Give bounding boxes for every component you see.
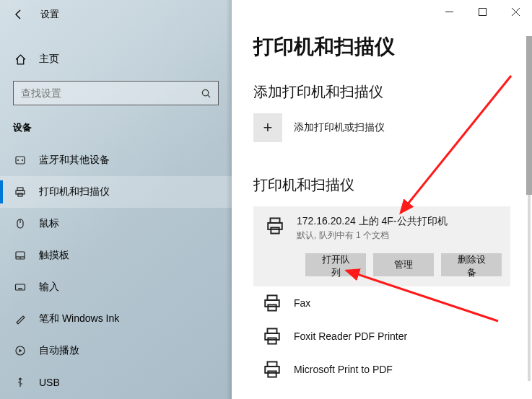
printer-icon — [259, 294, 285, 312]
sidebar-item-mouse[interactable]: 鼠标 — [0, 208, 232, 240]
svg-rect-5 — [17, 188, 23, 190]
search-input-wrap[interactable] — [13, 81, 219, 105]
sidebar-home-label: 主页 — [39, 53, 59, 66]
printer-icon — [13, 186, 27, 198]
pen-icon — [13, 313, 27, 325]
sidebar-item-printers[interactable]: 打印机和扫描仪 — [0, 176, 232, 208]
titlebar: 设置 — [0, 0, 232, 29]
sidebar-item-pen[interactable]: 笔和 Windows Ink — [0, 303, 232, 335]
svg-rect-28 — [268, 304, 276, 310]
open-queue-button[interactable]: 打开队列 — [305, 253, 366, 276]
printer-icon — [262, 215, 288, 235]
mouse-icon — [13, 218, 27, 229]
plus-icon: + — [253, 113, 282, 142]
printer-icon — [259, 360, 285, 379]
svg-rect-32 — [268, 361, 277, 367]
bluetooth-icon — [13, 154, 27, 166]
svg-rect-25 — [271, 227, 279, 233]
svg-rect-30 — [265, 333, 279, 340]
printer-list: 172.16.20.24 上的 4F-公共打印机 默认, 队列中有 1 个文档 … — [253, 206, 510, 386]
sidebar-section-title: 设备 — [0, 105, 232, 140]
svg-point-3 — [17, 159, 19, 161]
main-panel: 打印机和扫描仪 添加打印机和扫描仪 + 添加打印机或扫描仪 打印机和扫描仪 17… — [232, 0, 532, 399]
sidebar-home[interactable]: 主页 — [0, 45, 232, 74]
svg-rect-24 — [268, 223, 282, 229]
sidebar-item-usb[interactable]: USB — [0, 367, 232, 398]
page-title: 打印机和扫描仪 — [253, 33, 510, 61]
sidebar-item-label: 自动播放 — [39, 344, 79, 357]
maximize-icon — [479, 8, 487, 16]
usb-icon — [13, 377, 27, 388]
add-printer-label: 添加打印机或扫描仪 — [294, 121, 385, 134]
sidebar-item-bluetooth[interactable]: 蓝牙和其他设备 — [0, 144, 232, 176]
printer-item[interactable]: Foxit Reader PDF Printer — [253, 320, 510, 353]
add-section-title: 添加打印机和扫描仪 — [253, 82, 510, 102]
printer-item[interactable]: Fax — [253, 286, 510, 320]
scrollbar-thumb[interactable] — [526, 36, 532, 195]
printer-icon — [259, 327, 285, 346]
close-button[interactable] — [499, 0, 532, 23]
close-icon — [512, 8, 520, 16]
back-button[interactable] — [4, 0, 33, 29]
sidebar-divider-shadow — [226, 0, 232, 399]
remove-device-button[interactable]: 删除设备 — [441, 253, 502, 276]
search-icon — [193, 88, 218, 99]
sidebar-item-label: 触摸板 — [39, 249, 69, 262]
sidebar-item-label: 蓝牙和其他设备 — [39, 154, 110, 167]
svg-rect-29 — [268, 328, 277, 333]
window-controls — [432, 0, 532, 23]
printer-list-title: 打印机和扫描仪 — [253, 175, 510, 195]
svg-point-4 — [22, 159, 23, 161]
search-input[interactable] — [14, 87, 193, 99]
keyboard-icon — [13, 281, 27, 293]
printer-item-selected[interactable]: 172.16.20.24 上的 4F-公共打印机 默认, 队列中有 1 个文档 … — [253, 206, 510, 286]
svg-rect-33 — [265, 367, 279, 373]
svg-line-1 — [207, 95, 209, 97]
arrow-left-icon — [13, 9, 25, 20]
touchpad-icon — [13, 250, 27, 261]
window-title: 设置 — [40, 8, 59, 21]
minimize-icon — [445, 8, 453, 16]
manage-button[interactable]: 管理 — [373, 253, 434, 276]
svg-rect-26 — [268, 295, 277, 300]
sidebar-item-touchpad[interactable]: 触摸板 — [0, 240, 232, 271]
svg-rect-27 — [265, 300, 279, 307]
sidebar-item-label: 笔和 Windows Ink — [39, 312, 119, 325]
printer-name: Foxit Reader PDF Printer — [294, 330, 407, 342]
svg-rect-20 — [479, 8, 486, 15]
add-printer-row[interactable]: + 添加打印机或扫描仪 — [253, 113, 510, 142]
sidebar-item-autoplay[interactable]: 自动播放 — [0, 335, 232, 367]
svg-rect-23 — [271, 218, 280, 223]
svg-rect-2 — [16, 157, 25, 164]
sidebar: 设置 主页 设备 蓝牙和其他设备 打印机和扫描仪 — [0, 0, 232, 399]
printer-name: Fax — [294, 297, 310, 309]
sidebar-item-label: 输入 — [39, 281, 59, 294]
sidebar-item-typing[interactable]: 输入 — [0, 271, 232, 303]
minimize-button[interactable] — [432, 0, 466, 23]
sidebar-item-label: USB — [39, 377, 60, 388]
printer-name: Microsoft Print to PDF — [294, 364, 393, 375]
autoplay-icon — [13, 345, 27, 356]
printer-item[interactable]: Microsoft Print to PDF — [253, 353, 510, 386]
svg-point-0 — [202, 89, 208, 95]
scrollbar[interactable] — [528, 36, 531, 381]
sidebar-item-label: 打印机和扫描仪 — [39, 185, 110, 198]
svg-rect-34 — [268, 371, 276, 377]
svg-rect-31 — [268, 338, 276, 343]
svg-rect-13 — [16, 284, 25, 290]
printer-status: 默认, 队列中有 1 个文档 — [297, 229, 448, 242]
sidebar-nav: 蓝牙和其他设备 打印机和扫描仪 鼠标 触摸板 输入 笔和 Windows Ink — [0, 144, 232, 398]
sidebar-item-label: 鼠标 — [39, 217, 59, 230]
printer-name: 172.16.20.24 上的 4F-公共打印机 — [297, 215, 448, 228]
home-icon — [13, 53, 27, 66]
maximize-button[interactable] — [466, 0, 499, 23]
